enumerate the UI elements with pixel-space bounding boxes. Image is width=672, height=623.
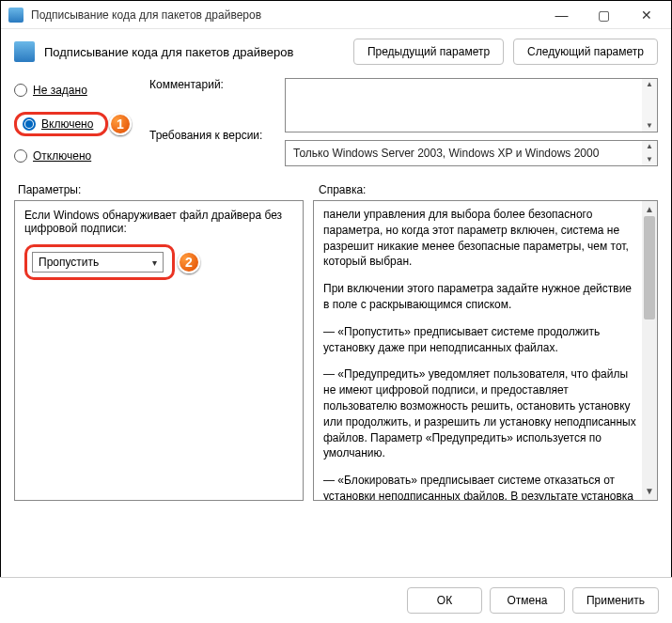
dropdown-highlight: Пропустить ▾ 2 <box>24 244 175 280</box>
scroll-up-icon[interactable]: ▲ <box>642 79 657 90</box>
requirement-scrollbar[interactable]: ▲ ▼ <box>642 141 657 165</box>
cancel-button[interactable]: Отмена <box>490 587 565 614</box>
scroll-up-icon[interactable]: ▲ <box>642 203 657 216</box>
radio-enabled-highlight: Включено 1 <box>14 112 108 136</box>
scroll-down-icon[interactable]: ▼ <box>642 154 657 165</box>
policy-icon <box>14 41 35 62</box>
policy-title: Подписывание кода для пакетов драйверов <box>44 45 344 59</box>
radio-enabled-label: Включено <box>41 117 93 131</box>
requirement-value: Только Windows Server 2003, Windows XP и… <box>293 147 599 160</box>
requirement-field: Только Windows Server 2003, Windows XP и… <box>285 140 658 166</box>
scroll-up-icon[interactable]: ▲ <box>642 141 657 152</box>
close-button[interactable]: ✕ <box>625 2 667 28</box>
radio-not-configured-label: Не задано <box>33 84 87 97</box>
help-text: — «Блокировать» предписывает системе отк… <box>323 473 640 501</box>
help-text: — «Пропустить» предписывает системе прод… <box>323 324 640 356</box>
signing-action-dropdown[interactable]: Пропустить ▾ <box>32 252 164 273</box>
dialog-footer: ОК Отмена Применить <box>0 577 672 623</box>
state-radio-group: Не задано Включено 1 Отключено <box>14 78 136 168</box>
minimize-button[interactable]: — <box>540 2 583 28</box>
window-title: Подписывание кода для пакетов драйверов <box>31 8 540 22</box>
requirement-label: Требования к версии: <box>149 129 272 142</box>
radio-enabled[interactable]: Включено <box>23 117 93 131</box>
help-scrollbar[interactable]: ▲ ▼ <box>642 201 657 500</box>
radio-not-configured[interactable]: Не задано <box>14 78 136 102</box>
annotation-marker-1: 1 <box>109 113 132 135</box>
maximize-button[interactable]: ▢ <box>583 2 625 28</box>
ok-button[interactable]: ОК <box>407 587 482 614</box>
scroll-down-icon[interactable]: ▼ <box>642 120 657 132</box>
options-panel: Если Windows обнаруживает файл драйвера … <box>14 200 304 501</box>
app-icon <box>8 8 23 23</box>
dropdown-selected-value: Пропустить <box>39 256 99 269</box>
comment-textarea[interactable]: ▲ ▼ <box>285 78 658 132</box>
radio-disabled-label: Отключено <box>33 149 91 163</box>
help-text: — «Предупредить» уведомляет пользователя… <box>323 366 640 461</box>
options-prompt: Если Windows обнаруживает файл драйвера … <box>24 209 293 235</box>
help-text: При включении этого параметра задайте ну… <box>323 281 640 313</box>
next-setting-button[interactable]: Следующий параметр <box>513 39 658 65</box>
options-section-label: Параметры: <box>18 183 319 196</box>
help-panel: панели управления для выбора более безоп… <box>313 200 658 501</box>
policy-header: Подписывание кода для пакетов драйверов … <box>1 29 671 74</box>
comment-scrollbar[interactable]: ▲ ▼ <box>642 79 657 132</box>
radio-disabled[interactable]: Отключено <box>14 144 136 168</box>
annotation-marker-2: 2 <box>178 251 200 273</box>
apply-button[interactable]: Применить <box>572 587 659 614</box>
chevron-down-icon: ▾ <box>152 257 157 268</box>
scrollbar-thumb[interactable] <box>644 216 655 319</box>
titlebar: Подписывание кода для пакетов драйверов … <box>1 1 671 29</box>
scroll-down-icon[interactable]: ▼ <box>642 485 657 498</box>
previous-setting-button[interactable]: Предыдущий параметр <box>353 39 504 65</box>
help-text: панели управления для выбора более безоп… <box>323 207 640 270</box>
comment-label: Комментарий: <box>149 78 272 91</box>
help-section-label: Справка: <box>319 183 654 196</box>
